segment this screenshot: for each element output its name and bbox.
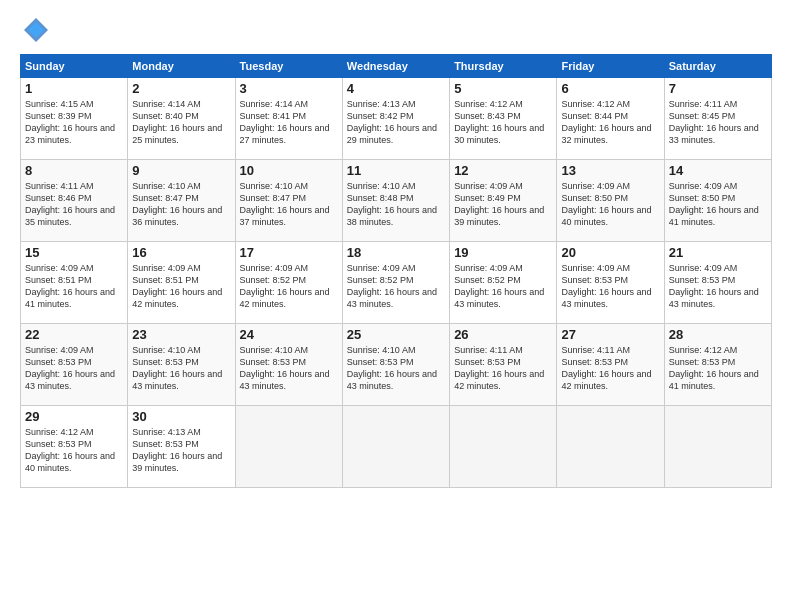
day-info: Sunrise: 4:10 AM Sunset: 8:47 PM Dayligh… — [240, 180, 338, 229]
day-number: 15 — [25, 245, 123, 260]
day-cell: 23 Sunrise: 4:10 AM Sunset: 8:53 PM Dayl… — [128, 324, 235, 406]
day-cell: 27 Sunrise: 4:11 AM Sunset: 8:53 PM Dayl… — [557, 324, 664, 406]
day-number: 11 — [347, 163, 445, 178]
day-cell: 22 Sunrise: 4:09 AM Sunset: 8:53 PM Dayl… — [21, 324, 128, 406]
day-info: Sunrise: 4:09 AM Sunset: 8:53 PM Dayligh… — [669, 262, 767, 311]
day-info: Sunrise: 4:12 AM Sunset: 8:43 PM Dayligh… — [454, 98, 552, 147]
empty-cell — [235, 406, 342, 488]
day-info: Sunrise: 4:14 AM Sunset: 8:40 PM Dayligh… — [132, 98, 230, 147]
day-number: 9 — [132, 163, 230, 178]
day-cell: 8 Sunrise: 4:11 AM Sunset: 8:46 PM Dayli… — [21, 160, 128, 242]
day-number: 20 — [561, 245, 659, 260]
day-cell: 3 Sunrise: 4:14 AM Sunset: 8:41 PM Dayli… — [235, 78, 342, 160]
col-saturday: Saturday — [664, 55, 771, 78]
col-monday: Monday — [128, 55, 235, 78]
day-info: Sunrise: 4:09 AM Sunset: 8:51 PM Dayligh… — [25, 262, 123, 311]
day-info: Sunrise: 4:11 AM Sunset: 8:53 PM Dayligh… — [454, 344, 552, 393]
day-cell: 17 Sunrise: 4:09 AM Sunset: 8:52 PM Dayl… — [235, 242, 342, 324]
day-info: Sunrise: 4:12 AM Sunset: 8:53 PM Dayligh… — [25, 426, 123, 475]
day-cell: 14 Sunrise: 4:09 AM Sunset: 8:50 PM Dayl… — [664, 160, 771, 242]
week-row: 22 Sunrise: 4:09 AM Sunset: 8:53 PM Dayl… — [21, 324, 772, 406]
day-number: 5 — [454, 81, 552, 96]
day-number: 23 — [132, 327, 230, 342]
day-info: Sunrise: 4:09 AM Sunset: 8:51 PM Dayligh… — [132, 262, 230, 311]
week-row: 15 Sunrise: 4:09 AM Sunset: 8:51 PM Dayl… — [21, 242, 772, 324]
day-number: 27 — [561, 327, 659, 342]
day-cell: 13 Sunrise: 4:09 AM Sunset: 8:50 PM Dayl… — [557, 160, 664, 242]
day-number: 6 — [561, 81, 659, 96]
day-info: Sunrise: 4:13 AM Sunset: 8:42 PM Dayligh… — [347, 98, 445, 147]
empty-cell — [557, 406, 664, 488]
week-row: 29 Sunrise: 4:12 AM Sunset: 8:53 PM Dayl… — [21, 406, 772, 488]
day-cell: 21 Sunrise: 4:09 AM Sunset: 8:53 PM Dayl… — [664, 242, 771, 324]
calendar-page: Sunday Monday Tuesday Wednesday Thursday… — [0, 0, 792, 612]
day-info: Sunrise: 4:12 AM Sunset: 8:44 PM Dayligh… — [561, 98, 659, 147]
day-cell: 24 Sunrise: 4:10 AM Sunset: 8:53 PM Dayl… — [235, 324, 342, 406]
day-cell: 9 Sunrise: 4:10 AM Sunset: 8:47 PM Dayli… — [128, 160, 235, 242]
day-info: Sunrise: 4:09 AM Sunset: 8:52 PM Dayligh… — [240, 262, 338, 311]
day-number: 26 — [454, 327, 552, 342]
day-number: 13 — [561, 163, 659, 178]
day-info: Sunrise: 4:15 AM Sunset: 8:39 PM Dayligh… — [25, 98, 123, 147]
day-cell: 28 Sunrise: 4:12 AM Sunset: 8:53 PM Dayl… — [664, 324, 771, 406]
col-friday: Friday — [557, 55, 664, 78]
day-cell: 2 Sunrise: 4:14 AM Sunset: 8:40 PM Dayli… — [128, 78, 235, 160]
day-number: 22 — [25, 327, 123, 342]
empty-cell — [664, 406, 771, 488]
calendar-table: Sunday Monday Tuesday Wednesday Thursday… — [20, 54, 772, 488]
day-cell: 18 Sunrise: 4:09 AM Sunset: 8:52 PM Dayl… — [342, 242, 449, 324]
week-row: 8 Sunrise: 4:11 AM Sunset: 8:46 PM Dayli… — [21, 160, 772, 242]
day-info: Sunrise: 4:09 AM Sunset: 8:53 PM Dayligh… — [25, 344, 123, 393]
day-info: Sunrise: 4:10 AM Sunset: 8:48 PM Dayligh… — [347, 180, 445, 229]
day-number: 28 — [669, 327, 767, 342]
day-number: 1 — [25, 81, 123, 96]
col-wednesday: Wednesday — [342, 55, 449, 78]
day-cell: 29 Sunrise: 4:12 AM Sunset: 8:53 PM Dayl… — [21, 406, 128, 488]
page-header — [20, 16, 772, 44]
day-info: Sunrise: 4:14 AM Sunset: 8:41 PM Dayligh… — [240, 98, 338, 147]
day-info: Sunrise: 4:10 AM Sunset: 8:47 PM Dayligh… — [132, 180, 230, 229]
empty-cell — [450, 406, 557, 488]
day-info: Sunrise: 4:10 AM Sunset: 8:53 PM Dayligh… — [240, 344, 338, 393]
day-number: 18 — [347, 245, 445, 260]
day-cell: 16 Sunrise: 4:09 AM Sunset: 8:51 PM Dayl… — [128, 242, 235, 324]
day-number: 29 — [25, 409, 123, 424]
day-number: 12 — [454, 163, 552, 178]
day-info: Sunrise: 4:09 AM Sunset: 8:53 PM Dayligh… — [561, 262, 659, 311]
day-info: Sunrise: 4:12 AM Sunset: 8:53 PM Dayligh… — [669, 344, 767, 393]
day-info: Sunrise: 4:11 AM Sunset: 8:53 PM Dayligh… — [561, 344, 659, 393]
day-info: Sunrise: 4:09 AM Sunset: 8:52 PM Dayligh… — [347, 262, 445, 311]
day-cell: 30 Sunrise: 4:13 AM Sunset: 8:53 PM Dayl… — [128, 406, 235, 488]
col-tuesday: Tuesday — [235, 55, 342, 78]
day-info: Sunrise: 4:09 AM Sunset: 8:50 PM Dayligh… — [669, 180, 767, 229]
day-number: 19 — [454, 245, 552, 260]
day-cell: 20 Sunrise: 4:09 AM Sunset: 8:53 PM Dayl… — [557, 242, 664, 324]
day-number: 3 — [240, 81, 338, 96]
day-info: Sunrise: 4:10 AM Sunset: 8:53 PM Dayligh… — [132, 344, 230, 393]
day-number: 2 — [132, 81, 230, 96]
logo-icon — [22, 16, 50, 44]
col-sunday: Sunday — [21, 55, 128, 78]
day-info: Sunrise: 4:10 AM Sunset: 8:53 PM Dayligh… — [347, 344, 445, 393]
day-number: 25 — [347, 327, 445, 342]
day-cell: 12 Sunrise: 4:09 AM Sunset: 8:49 PM Dayl… — [450, 160, 557, 242]
day-number: 7 — [669, 81, 767, 96]
day-number: 24 — [240, 327, 338, 342]
day-number: 16 — [132, 245, 230, 260]
day-cell: 4 Sunrise: 4:13 AM Sunset: 8:42 PM Dayli… — [342, 78, 449, 160]
day-cell: 7 Sunrise: 4:11 AM Sunset: 8:45 PM Dayli… — [664, 78, 771, 160]
day-cell: 10 Sunrise: 4:10 AM Sunset: 8:47 PM Dayl… — [235, 160, 342, 242]
day-info: Sunrise: 4:13 AM Sunset: 8:53 PM Dayligh… — [132, 426, 230, 475]
day-cell: 25 Sunrise: 4:10 AM Sunset: 8:53 PM Dayl… — [342, 324, 449, 406]
day-cell: 19 Sunrise: 4:09 AM Sunset: 8:52 PM Dayl… — [450, 242, 557, 324]
day-info: Sunrise: 4:11 AM Sunset: 8:46 PM Dayligh… — [25, 180, 123, 229]
day-cell: 26 Sunrise: 4:11 AM Sunset: 8:53 PM Dayl… — [450, 324, 557, 406]
day-number: 30 — [132, 409, 230, 424]
day-info: Sunrise: 4:11 AM Sunset: 8:45 PM Dayligh… — [669, 98, 767, 147]
day-number: 8 — [25, 163, 123, 178]
day-number: 10 — [240, 163, 338, 178]
day-cell: 15 Sunrise: 4:09 AM Sunset: 8:51 PM Dayl… — [21, 242, 128, 324]
day-cell: 5 Sunrise: 4:12 AM Sunset: 8:43 PM Dayli… — [450, 78, 557, 160]
logo — [20, 16, 50, 44]
empty-cell — [342, 406, 449, 488]
